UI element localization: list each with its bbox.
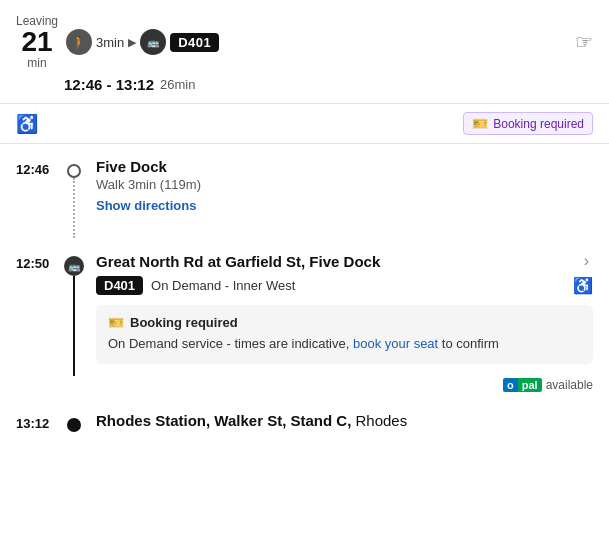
route-row: D401 On Demand - Inner West ♿ bbox=[96, 270, 593, 301]
bus-stop-icon: 🚌 bbox=[140, 29, 166, 55]
booking-info-title-text: Booking required bbox=[130, 315, 238, 330]
wheelchair-icon: ♿ bbox=[16, 113, 38, 135]
leaving-unit: min bbox=[27, 56, 46, 70]
cursor-icon: ☞ bbox=[575, 30, 593, 54]
stop-1-content: Five Dock Walk 3min (119m) Show directio… bbox=[88, 144, 593, 217]
stop-2-time: 12:50 bbox=[16, 238, 60, 271]
leaving-block: Leaving 21 min bbox=[16, 14, 58, 70]
stop-3-name-area: Rhodes bbox=[351, 412, 407, 429]
booking-text-before: On Demand service - times are indicative… bbox=[108, 336, 353, 351]
top-booking-badge: 🎫 Booking required bbox=[463, 112, 593, 135]
book-seat-link[interactable]: book your seat bbox=[353, 336, 438, 351]
stop-1-name: Five Dock bbox=[96, 158, 593, 175]
stop-1-dot bbox=[67, 164, 81, 178]
stop-1-time-label: 12:46 bbox=[16, 162, 49, 177]
stop-3-time-label: 13:12 bbox=[16, 416, 49, 431]
stop-1-time: 12:46 bbox=[16, 144, 60, 177]
stop-3-name: Rhodes Station, Walker St, Stand C, Rhod… bbox=[96, 412, 593, 429]
stop-1-walk-detail: Walk 3min (119m) bbox=[96, 177, 593, 192]
booking-badge-label: Booking required bbox=[493, 117, 584, 131]
chevron-right-icon: › bbox=[584, 252, 589, 270]
stop-3-dotline bbox=[60, 398, 88, 432]
booking-ticket-icon: 🎫 bbox=[108, 315, 124, 330]
stop-3-time: 13:12 bbox=[16, 398, 60, 431]
stop-2-time-label: 12:50 bbox=[16, 256, 49, 271]
journey-icons-row: 🚶 3min ▶ 🚌 D401 ☞ bbox=[66, 29, 593, 55]
booking-text-after: to confirm bbox=[438, 336, 499, 351]
dotted-line-1 bbox=[73, 178, 75, 238]
ticket-icon: 🎫 bbox=[472, 116, 488, 131]
opal-pal: pal bbox=[518, 378, 542, 392]
opal-available-label: available bbox=[546, 378, 593, 392]
time-row: 12:46 - 13:12 26min bbox=[16, 76, 593, 93]
opal-row: opal available bbox=[96, 372, 593, 394]
stop-3-name-bold: Rhodes Station, Walker St, Stand C, bbox=[96, 412, 351, 429]
route-name: On Demand - Inner West bbox=[151, 278, 295, 293]
route-wheelchair-icon: ♿ bbox=[573, 276, 593, 295]
stop-3: 13:12 Rhodes Station, Walker St, Stand C… bbox=[16, 398, 593, 440]
stop-2-name: Great North Rd at Garfield St, Five Dock bbox=[96, 253, 380, 270]
timeline: 12:46 Five Dock Walk 3min (119m) Show di… bbox=[0, 144, 609, 440]
accessibility-row: ♿ 🎫 Booking required bbox=[0, 104, 609, 144]
booking-info-text: On Demand service - times are indicative… bbox=[108, 334, 581, 354]
walk-duration: 3min bbox=[96, 35, 124, 50]
stop-3-content: Rhodes Station, Walker St, Stand C, Rhod… bbox=[88, 398, 593, 429]
stop-2-name-row[interactable]: Great North Rd at Garfield St, Five Dock… bbox=[96, 252, 593, 270]
solid-line-2 bbox=[73, 276, 75, 376]
top-section: Leaving 21 min 🚶 3min ▶ 🚌 D401 ☞ 12:46 -… bbox=[0, 0, 609, 104]
walk-icon: 🚶 bbox=[66, 29, 92, 55]
leaving-number: 21 bbox=[21, 28, 52, 56]
stop-1-dotline bbox=[60, 144, 88, 238]
travel-duration: 26min bbox=[160, 77, 195, 92]
time-range: 12:46 - 13:12 bbox=[64, 76, 154, 93]
stop-3-dot bbox=[67, 418, 81, 432]
opal-o: o bbox=[503, 378, 518, 392]
stop-1: 12:46 Five Dock Walk 3min (119m) Show di… bbox=[16, 144, 593, 238]
route-badge: D401 bbox=[96, 276, 143, 295]
stop-2: 12:50 🚌 Great North Rd at Garfield St, F… bbox=[16, 238, 593, 398]
stop-2-content: Great North Rd at Garfield St, Five Dock… bbox=[88, 238, 593, 398]
bus-route-badge: D401 bbox=[170, 33, 219, 52]
booking-info-box: 🎫 Booking required On Demand service - t… bbox=[96, 305, 593, 364]
booking-info-title: 🎫 Booking required bbox=[108, 315, 581, 330]
show-directions-link[interactable]: Show directions bbox=[96, 198, 196, 213]
opal-logo: opal bbox=[503, 378, 542, 392]
arrow-icon: ▶ bbox=[128, 36, 136, 49]
stop-2-dotline: 🚌 bbox=[60, 238, 88, 376]
stop-2-bus-dot: 🚌 bbox=[64, 256, 84, 276]
